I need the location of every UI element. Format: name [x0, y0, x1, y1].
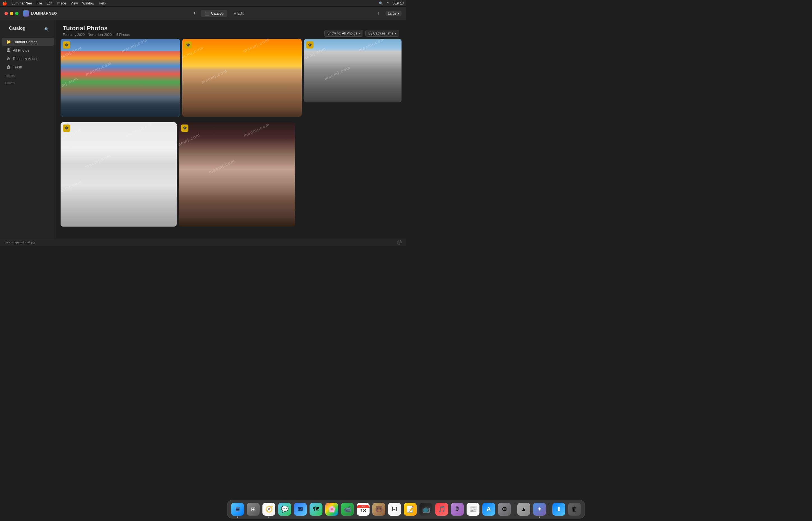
status-bar: Landscape tutorial.jpg ⓘ: [0, 238, 406, 246]
chevron-down-icon: ▾: [395, 31, 396, 35]
app-logo-text: LUMINARNEO: [31, 11, 57, 16]
albums-section-label: Albums: [0, 78, 56, 86]
toolbar-right: ↑ Large ▾: [374, 9, 401, 17]
sidebar-item-recently-added[interactable]: ⊕ Recently Added: [2, 55, 54, 63]
photo-item-3[interactable]: macmj.com macmj.com macmj.com 🎓: [304, 39, 401, 117]
menu-view[interactable]: View: [71, 1, 78, 5]
menu-file[interactable]: File: [37, 1, 42, 5]
photo-item-1[interactable]: macmj.com macmj.com macmj.com macmj.com …: [61, 39, 180, 117]
photo-item-4[interactable]: macmj.com macmj.com macmj.com macmj.com …: [61, 122, 177, 227]
menu-time: SEP 13: [393, 1, 404, 5]
menu-image[interactable]: Image: [56, 1, 66, 5]
tutorial-photos-icon: 📁: [6, 40, 11, 44]
status-filename: Landscape tutorial.jpg: [4, 241, 35, 244]
menu-window[interactable]: Window: [83, 1, 94, 5]
menu-edit[interactable]: Edit: [47, 1, 52, 5]
content-subtitle: February 2020 - November 2020 · 5 Photos: [63, 33, 130, 37]
photo-row-1: macmj.com macmj.com macmj.com macmj.com …: [56, 39, 406, 119]
folders-section-label: Folders: [0, 71, 56, 78]
info-button[interactable]: ⓘ: [397, 240, 401, 245]
photo-5-badge: 🎓: [181, 124, 188, 132]
apple-menu[interactable]: 🍎: [2, 1, 7, 6]
edit-icon: ≡: [234, 11, 236, 16]
share-button[interactable]: ↑: [374, 9, 382, 17]
sidebar-item-all-photos[interactable]: 🖼 All Photos: [2, 46, 54, 54]
recently-added-icon: ⊕: [6, 56, 11, 61]
sort-filter[interactable]: By Capture Time ▾: [365, 30, 399, 37]
close-button[interactable]: [4, 12, 8, 15]
traffic-lights: [4, 12, 19, 15]
sidebar-item-tutorial-photos[interactable]: 📁 Tutorial Photos: [2, 38, 54, 46]
catalog-tab-label: Catalog: [211, 11, 224, 16]
menu-search-icon[interactable]: 🔍: [379, 1, 383, 5]
showing-filter-label: Showing: All Photos: [327, 31, 357, 35]
content-title: Tutorial Photos: [63, 25, 130, 32]
toolbar-center: + ⬛ Catalog ≡ Edit: [191, 9, 248, 17]
all-photos-label: All Photos: [13, 48, 29, 52]
app-logo: LUMINARNEO: [23, 10, 57, 17]
edit-tab-label: Edit: [237, 11, 243, 16]
empty-slot: [297, 122, 401, 227]
all-photos-icon: 🖼: [6, 48, 11, 52]
recently-added-label: Recently Added: [13, 56, 39, 61]
photo-3-badge: 🎓: [306, 41, 314, 48]
content-area: Tutorial Photos February 2020 - November…: [56, 20, 406, 238]
chevron-down-icon: ▾: [398, 12, 399, 16]
menu-help[interactable]: Help: [99, 1, 106, 5]
content-filters: Showing: All Photos ▾ By Capture Time ▾: [324, 30, 399, 37]
sidebar: Catalog 🔍 📁 Tutorial Photos 🖼 All Photos…: [0, 20, 56, 238]
content-header: Tutorial Photos February 2020 - November…: [56, 20, 406, 39]
date-range: February 2020 - November 2020: [63, 33, 112, 37]
catalog-tab[interactable]: ⬛ Catalog: [201, 10, 228, 17]
photo-item-5[interactable]: macmj.com macmj.com macmj.com 🎓: [179, 122, 295, 227]
tutorial-photos-label: Tutorial Photos: [13, 40, 37, 44]
photo-4-badge: 🎓: [63, 124, 70, 132]
maximize-button[interactable]: [15, 12, 19, 15]
photo-1-badge: 🎓: [63, 41, 70, 48]
menu-control-center[interactable]: ⌃: [386, 1, 389, 5]
trash-sidebar-icon: 🗑: [6, 65, 11, 69]
add-button[interactable]: +: [191, 9, 199, 17]
menu-bar: 🍎 Luminar Neo File Edit Image View Windo…: [0, 0, 406, 7]
chevron-down-icon: ▾: [358, 31, 360, 35]
catalog-icon: ⬛: [205, 11, 209, 16]
view-size-label: Large: [388, 12, 396, 16]
photo-item-2[interactable]: macmj.com macmj.com macmj.com 🎓: [182, 39, 302, 117]
sidebar-title: Catalog: [4, 25, 30, 34]
content-title-group: Tutorial Photos February 2020 - November…: [63, 25, 130, 37]
menu-bar-right: 🔍 ⌃ SEP 13: [379, 1, 404, 5]
sort-filter-label: By Capture Time: [368, 31, 393, 35]
photo-row-2: macmj.com macmj.com macmj.com macmj.com …: [56, 122, 406, 229]
minimize-button[interactable]: [10, 12, 13, 15]
title-bar: LUMINARNEO + ⬛ Catalog ≡ Edit ↑ Large ▾: [0, 7, 406, 20]
edit-tab[interactable]: ≡ Edit: [230, 10, 248, 17]
view-size-selector[interactable]: Large ▾: [386, 10, 401, 16]
showing-filter[interactable]: Showing: All Photos ▾: [324, 30, 363, 37]
main-layout: Catalog 🔍 📁 Tutorial Photos 🖼 All Photos…: [0, 20, 406, 238]
photo-2-badge: 🎓: [185, 41, 192, 48]
photo-count: 5 Photos: [116, 33, 130, 37]
sidebar-search-button[interactable]: 🔍: [44, 27, 51, 32]
sidebar-item-trash[interactable]: 🗑 Trash: [2, 63, 54, 71]
trash-label: Trash: [13, 65, 22, 69]
app-logo-icon: [23, 10, 29, 17]
menu-app-name[interactable]: Luminar Neo: [11, 1, 32, 5]
